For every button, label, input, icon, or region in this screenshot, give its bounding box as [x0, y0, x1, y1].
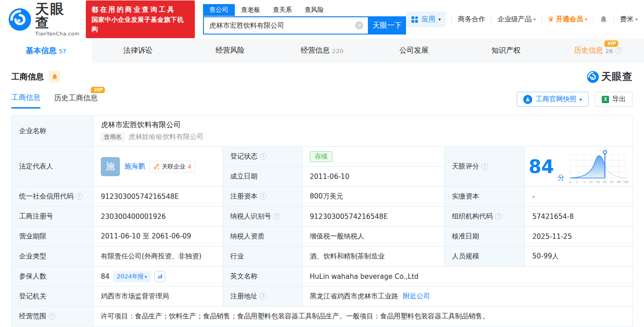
- tab-count: 220: [332, 48, 343, 54]
- legal-rep-name-link[interactable]: 施海鹏: [124, 162, 145, 171]
- subtab-label: 历史工商信息: [54, 94, 98, 102]
- nav-business-cooperation[interactable]: 商务合作: [458, 15, 485, 24]
- tab-label: 法律诉讼: [124, 46, 153, 55]
- insured-cell: 84 2024年报 ▸: [94, 267, 223, 287]
- svg-text:1: 1: [576, 180, 578, 184]
- svg-text:0: 0: [569, 180, 571, 184]
- apps-menu-button[interactable]: 应用 ▾: [406, 11, 446, 27]
- reg-status-label-cell: 登记状态?: [223, 147, 302, 167]
- company-name-cell: 虎林市宏胜饮料有限公司 曾用名 虎林娃哈哈饮料有限公司: [94, 115, 633, 147]
- score-distribution-chart: 0 1 3 15 50 85 97 99 100: [568, 149, 629, 184]
- tab-history-info[interactable]: VIP 历史信息 26 ?: [552, 39, 644, 63]
- slogan-line1: 都在用的商业查询工具: [91, 5, 189, 15]
- help-icon[interactable]: ?: [76, 193, 83, 200]
- taxpayer-id-label-cell: 纳税人识别号?: [223, 207, 302, 227]
- search-tab-company[interactable]: 查公司: [203, 4, 235, 16]
- brand-domain: TianYanCha.com: [35, 31, 79, 37]
- chevron-down-icon: ▾: [585, 17, 587, 22]
- tab-company-development[interactable]: 公司发展: [368, 39, 460, 63]
- chevron-down-icon: ▾: [533, 17, 535, 22]
- svg-text:99: 99: [617, 180, 620, 184]
- monitor-bell-button[interactable]: [49, 71, 60, 83]
- excel-icon: X: [602, 96, 609, 103]
- reg-authority: 鸡西市市场监督管理局: [94, 287, 223, 307]
- staff-size: 50-99人: [525, 247, 633, 267]
- credit-code-label-cell: 统一社会信用代码?: [12, 187, 94, 207]
- svg-text:50: 50: [596, 180, 599, 184]
- former-name: 虎林娃哈哈饮料有限公司: [129, 133, 203, 141]
- user-menu[interactable]: 费米 ▾: [620, 15, 638, 24]
- username: 费米: [620, 15, 634, 24]
- search-tab-risk[interactable]: 查风险: [298, 4, 330, 16]
- official-snapshot-button[interactable]: 工商官网快照 ▸: [517, 92, 589, 107]
- business-term-label: 营业期限: [12, 227, 94, 247]
- tab-intellectual-property[interactable]: 知识产权: [460, 39, 552, 63]
- approval-date-label: 核准日期: [445, 227, 525, 247]
- company-name: 虎林市宏胜饮料有限公司: [101, 120, 625, 130]
- reg-status-cell: 存续: [302, 147, 445, 167]
- help-icon[interactable]: ?: [273, 213, 280, 220]
- tab-legal-litigation[interactable]: 法律诉讼: [92, 39, 184, 63]
- reg-number-label: 工商注册号: [12, 207, 94, 227]
- score-value: 84: [529, 158, 554, 176]
- app-grid-icon: [411, 16, 418, 23]
- enterprise-label: 企业级产品: [497, 15, 531, 24]
- search-button[interactable]: 天眼一下: [368, 16, 406, 35]
- annual-report-badge[interactable]: 2024年报 ▸: [113, 271, 151, 282]
- snapshot-label: 工商官网快照: [535, 95, 576, 104]
- related-companies-badge[interactable]: 关联企业 4: [149, 161, 195, 173]
- nav-open-membership[interactable]: ♛ 开通会员 ▾: [548, 15, 587, 24]
- legal-rep-avatar[interactable]: 施: [101, 157, 120, 176]
- score-cell[interactable]: 84 分: [525, 147, 633, 187]
- company-name-label: 企业名称: [12, 115, 94, 147]
- top-nav: 应用 ▾ 商务合作 企业级产品 ▾ ♛ 开通会员 ▾ 费米 ▾: [406, 11, 638, 27]
- table-row: 经营范围? 许可项目：食品生产；饮料生产；食品销售；食品用塑料包装容器工具制品生…: [12, 307, 633, 327]
- tianyancha-logo[interactable]: 天眼查 TianYanCha.com: [8, 2, 79, 37]
- tab-count: 57: [59, 48, 67, 54]
- tab-label: 经营信息: [301, 46, 330, 55]
- search-tabs: 查公司 查老板 查关系 查风险: [203, 4, 406, 16]
- search-tab-boss[interactable]: 查老板: [235, 4, 267, 16]
- subtab-row: 工商信息 VIP 历史工商信息 工商官网快照 ▸ X 导出: [0, 84, 644, 109]
- brand-slogan-banner: 都在用的商业查询工具 国家中小企业发展子基金旗下机构: [86, 0, 194, 38]
- search-block: 查公司 查老板 查关系 查风险 × 天眼一下: [203, 4, 406, 35]
- insured-trend-button[interactable]: [154, 271, 165, 282]
- subtab-business-registration[interactable]: 工商信息: [11, 93, 40, 109]
- legal-rep-cell: 施 施海鹏 关联企业 4: [94, 147, 223, 187]
- tab-label: 历史信息: [574, 46, 603, 55]
- svg-text:97: 97: [610, 180, 614, 184]
- arrow-right-icon: ▸: [145, 274, 147, 279]
- nearby-companies-link[interactable]: 附近公司: [403, 292, 430, 301]
- help-icon[interactable]: ?: [260, 293, 267, 300]
- score-unit: 分: [558, 173, 565, 182]
- help-icon[interactable]: ?: [615, 47, 622, 54]
- slogan-line2: 国家中小企业发展子基金旗下机构: [91, 15, 189, 34]
- approval-date: 2025-11-25: [525, 227, 633, 247]
- svg-text:85: 85: [603, 180, 606, 184]
- export-button[interactable]: X 导出: [595, 92, 633, 107]
- help-icon[interactable]: ?: [481, 163, 488, 170]
- credit-code: 91230300574216548E: [94, 187, 223, 207]
- bell-icon: [51, 74, 58, 80]
- subtab-history-registration[interactable]: VIP 历史工商信息: [54, 94, 98, 108]
- credit-code-label: 统一社会信用代码: [19, 192, 74, 201]
- svg-text:100: 100: [623, 180, 628, 184]
- help-icon[interactable]: ?: [495, 213, 502, 220]
- taxpayer-id: 91230300574216548E: [302, 207, 445, 227]
- bell-icon: [599, 15, 608, 24]
- former-name-badge: 曾用名: [101, 133, 125, 142]
- help-icon[interactable]: ?: [49, 313, 55, 320]
- tab-business-info[interactable]: 经营信息 220: [276, 39, 368, 63]
- search-input[interactable]: [203, 16, 368, 35]
- help-icon[interactable]: ?: [260, 193, 267, 200]
- search-tab-relation[interactable]: 查关系: [267, 4, 298, 16]
- tab-basic-info[interactable]: 基本信息 57: [0, 39, 92, 63]
- notifications-bell-button[interactable]: [599, 15, 608, 24]
- table-row: 营业期限 2011-06-10 至 2061-06-09 纳税人资质 增值税一般…: [12, 227, 633, 247]
- tab-label: 基本信息: [26, 45, 57, 56]
- nav-enterprise-products[interactable]: 企业级产品 ▾: [497, 15, 535, 24]
- company-type: 有限责任公司(外商投资、非独资): [94, 247, 223, 267]
- reg-status-label: 登记状态: [230, 152, 258, 161]
- tab-operation-risk[interactable]: 经营风险: [184, 39, 276, 63]
- help-icon[interactable]: ?: [260, 153, 267, 160]
